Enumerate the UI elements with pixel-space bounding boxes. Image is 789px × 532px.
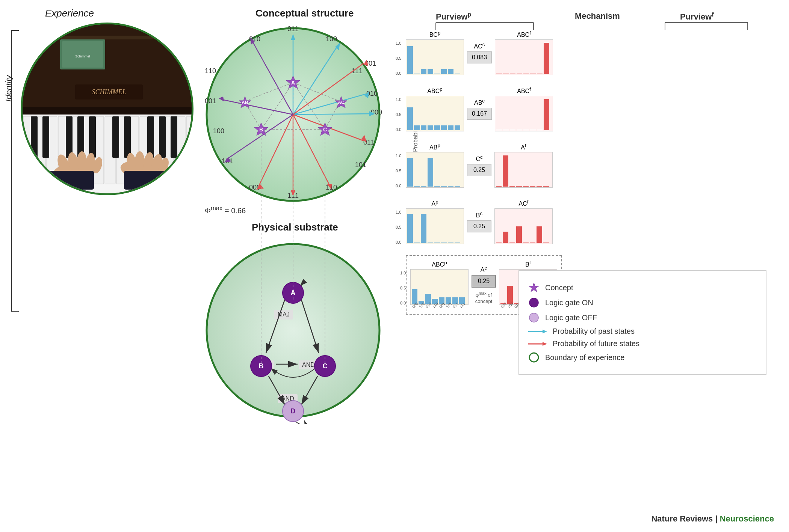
svg-text:101: 101: [355, 161, 366, 169]
chart-ab-p: ABp 1.0 0.5 0.0: [406, 143, 464, 188]
svg-rect-27: [77, 116, 84, 158]
svg-rect-26: [66, 116, 73, 158]
footer: Nature Reviews | Neuroscience: [651, 514, 774, 524]
footer-right: Neuroscience: [720, 514, 774, 523]
svg-point-37: [77, 151, 87, 172]
svg-text:110: 110: [205, 67, 216, 75]
svg-point-43: [135, 151, 145, 172]
chart-bc-p: BCp 1.0 0.5 0.0: [406, 30, 464, 75]
chart-abc-f-2: ABCf: [495, 86, 553, 131]
conceptual-structure-title: Conceptual structure: [255, 8, 354, 19]
svg-rect-28: [89, 116, 96, 158]
footer-left: Nature Reviews: [651, 514, 713, 523]
svg-text:AB: AB: [242, 100, 248, 105]
svg-marker-141: [543, 330, 547, 333]
mechanism-c-c: Cc 0.25: [467, 154, 491, 176]
purview-f-bracket: [646, 21, 766, 32]
legend: Concept Logic gate ON Logic gate OFF: [518, 270, 766, 375]
concept-svg: 011 010 100 001 000 110 001 100 101 000 …: [199, 21, 387, 208]
chart-row-1: BCp 1.0 0.5 0.0 ACc 0.083: [406, 30, 553, 75]
legend-item-logic-on: Logic gate ON: [528, 297, 757, 308]
svg-text:D: D: [291, 407, 296, 415]
svg-rect-31: [147, 116, 154, 158]
svg-text:B: B: [259, 127, 263, 133]
mechanism-ac-c: ACc 0.083: [467, 42, 492, 63]
svg-text:AND: AND: [302, 362, 315, 368]
piano-circle: Schimmel SCHIMMEL: [21, 23, 193, 195]
bar-chart-bc-p: 1.0 0.5 0.0: [406, 39, 464, 75]
svg-text:SCHIMMEL: SCHIMMEL: [92, 88, 126, 96]
chart-a-f: Af: [494, 143, 553, 188]
svg-marker-137: [529, 283, 539, 292]
svg-text:AC: AC: [338, 100, 345, 105]
svg-rect-29: [112, 116, 119, 158]
legend-item-concept: Concept: [528, 282, 757, 293]
chart-abc-f-1: ABCf: [495, 30, 553, 75]
svg-rect-33: [171, 116, 177, 158]
svg-rect-30: [124, 116, 131, 158]
mechanism-header: Mechanism: [575, 11, 620, 21]
chart-a-p: Ap 1.0 0.5 0.0: [406, 199, 464, 244]
legend-item-logic-off: Logic gate OFF: [528, 312, 757, 323]
svg-text:A: A: [291, 289, 296, 297]
identity-bracket: [11, 30, 19, 312]
mechanism-b-c: Bc 0.25: [467, 211, 491, 232]
bar-chart-abc-f-1: [495, 39, 553, 75]
logic-on-icon: [528, 297, 540, 308]
svg-point-139: [529, 313, 538, 322]
chart-row-2: ABCp 1.0 0.5 0.0 ABc 0.167: [406, 86, 553, 131]
piano-image: Schimmel SCHIMMEL: [23, 24, 193, 195]
svg-text:000: 000: [371, 109, 382, 116]
chart-row-4: Ap 1.0 0.5 0.0 Bc 0.25: [406, 199, 553, 244]
future-arrow-icon: [528, 340, 547, 348]
chart-ac-f: ACf: [494, 199, 553, 244]
concept-circle: 011 010 100 001 000 110 001 100 101 000 …: [199, 21, 387, 208]
x-axis-labels: 000 100 010 110 001 101 011 111: [410, 306, 469, 310]
svg-text:Schimmel: Schimmel: [75, 54, 90, 58]
svg-point-109: [207, 244, 379, 417]
svg-text:C: C: [323, 362, 328, 370]
chart-row-3: ABp 1.0 0.5 0.0 Cc 0.25: [406, 143, 553, 188]
svg-marker-143: [543, 342, 547, 346]
logic-off-icon: [528, 312, 540, 323]
boundary-circle-icon: [528, 352, 540, 363]
legend-item-future: Probability of future states: [528, 339, 757, 348]
svg-text:001: 001: [205, 97, 216, 105]
past-arrow-icon: [528, 328, 547, 335]
svg-rect-25: [42, 116, 49, 158]
svg-rect-2: [30, 36, 188, 39]
svg-text:C: C: [323, 127, 327, 133]
concept-icon: [528, 282, 540, 293]
svg-point-138: [529, 298, 538, 307]
chart-abc-p-5: ABCp 1.0 0.5 0.0 000 100: [410, 260, 469, 310]
svg-text:B: B: [259, 362, 264, 370]
svg-text:A: A: [291, 80, 295, 86]
physical-substrate-title: Physical substrate: [252, 222, 338, 233]
chart-abc-p-2: ABCp 1.0 0.5 0.0: [406, 86, 464, 131]
svg-rect-32: [159, 116, 166, 158]
svg-text:100: 100: [326, 35, 337, 43]
svg-text:011: 011: [287, 25, 299, 33]
physical-circle: MAJ OR AND AND: [199, 237, 387, 424]
experience-title: Experience: [45, 8, 94, 19]
legend-item-past: Probability of past states: [528, 327, 757, 336]
mechanism-a-c: Ac 0.25 φmax ofconcept: [472, 265, 496, 305]
identity-label: Identity: [4, 75, 14, 102]
main-container: Identity Experience Schimmel SCHIMMEL: [0, 0, 789, 532]
mechanism-ab-c: ABc 0.167: [467, 98, 492, 120]
svg-rect-23: [186, 116, 193, 184]
svg-rect-24: [31, 116, 38, 158]
svg-rect-40: [49, 171, 94, 190]
legend-item-boundary: Boundary of experience: [528, 352, 757, 363]
svg-rect-47: [124, 171, 169, 190]
physical-svg: MAJ OR AND AND: [199, 237, 387, 424]
svg-point-144: [529, 353, 538, 362]
svg-text:100: 100: [213, 127, 224, 135]
